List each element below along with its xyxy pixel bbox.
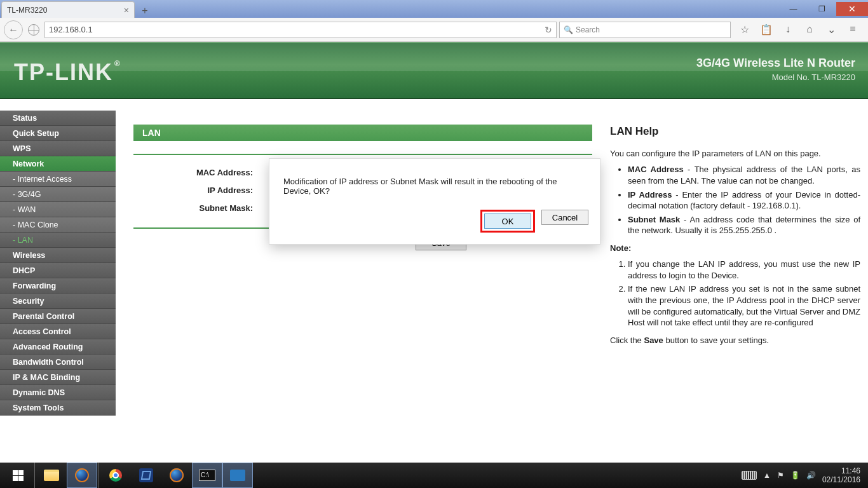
sidebar-item-network[interactable]: Network [0,156,116,172]
sidebar-item--wan[interactable]: - WAN [0,202,116,217]
sidebar-item-ip-mac-binding[interactable]: IP & MAC Binding [0,370,116,385]
sidebar-item-dynamic-dns[interactable]: Dynamic DNS [0,385,116,400]
help-title: LAN Help [610,125,860,139]
sidebar-item-label: Access Control [13,327,71,336]
keyboard-icon[interactable] [742,471,757,480]
help-intro: You can configure the IP parameters of L… [610,148,860,159]
sidebar-item-access-control[interactable]: Access Control [0,324,116,339]
bookmark-star-icon[interactable]: ☆ [738,24,751,36]
sidebar-item-label: Dynamic DNS [13,388,65,397]
sidebar-item--internet-access[interactable]: - Internet Access [0,172,116,187]
firefox-icon [75,468,89,482]
url-text: 192.168.0.1 [49,25,93,34]
back-button[interactable]: ← [4,20,23,39]
tray-up-icon[interactable]: ▲ [763,471,771,480]
taskbar-cmd[interactable]: C:\ [192,463,222,488]
url-bar[interactable]: 192.168.0.1 ↻ [44,22,557,38]
panel-title: LAN [133,125,592,141]
taskbar-firefox-active[interactable] [67,463,97,488]
sidebar-item-status[interactable]: Status [0,111,116,126]
ok-highlight: OK [480,210,535,233]
tray-volume-icon[interactable]: 🔊 [806,471,816,480]
taskbar: C:\ ▲ ⚑ 🔋 🔊 11:46 02/11/2016 [0,463,868,488]
taskbar-monitor[interactable] [222,463,253,488]
sidebar-item-label: - 3G/4G [13,190,41,199]
pocket-icon[interactable]: ⌄ [825,24,837,36]
help-note-2: If the new LAN IP address you set is not… [628,283,860,328]
sidebar-item-label: - WAN [13,205,36,214]
start-button[interactable] [3,463,33,488]
search-icon: 🔍 [564,25,573,34]
sidebar-item-system-tools[interactable]: System Tools [0,400,116,416]
browser-toolbar: ← 192.168.0.1 ↻ 🔍 Search ☆ 📋 ↓ ⌂ ⌄ ≡ [0,18,868,42]
search-bar[interactable]: 🔍 Search [559,22,731,38]
folder-icon [44,470,59,481]
confirm-dialog: Modification of IP address or Subnet Mas… [269,159,600,244]
windows-icon [13,470,24,481]
sidebar-item-quick-setup[interactable]: Quick Setup [0,126,116,141]
sidebar-item-bandwidth-control[interactable]: Bandwidth Control [0,355,116,370]
sidebar-item-wps[interactable]: WPS [0,141,116,156]
sidebar-item-label: Wireless [13,251,45,260]
help-note-1: If you change the LAN IP address, you mu… [628,259,860,281]
sidebar-item-label: Forwarding [13,281,56,290]
browser-tab[interactable]: TL-MR3220 × [1,1,135,18]
clock-time: 11:46 [822,466,860,475]
window-titlebar: TL-MR3220 × + — ❐ ✕ [0,0,868,18]
sidebar: StatusQuick SetupWPSNetwork- Internet Ac… [0,99,116,463]
tray-action-center-icon[interactable]: ⚑ [777,471,784,480]
sidebar-item--3g-4g[interactable]: - 3G/4G [0,187,116,202]
sidebar-item-wireless[interactable]: Wireless [0,248,116,263]
virtualbox-icon [139,468,153,482]
product-name: 3G/4G Wireless Lite N Router [696,57,855,70]
sidebar-item-label: Parental Control [13,312,74,321]
taskbar-firefox[interactable] [161,463,192,488]
note-label: Note: [610,243,631,253]
system-tray: ▲ ⚑ 🔋 🔊 11:46 02/11/2016 [742,466,865,485]
page-content: TP-LINK® 3G/4G Wireless Lite N Router Mo… [0,42,868,463]
taskbar-chrome[interactable] [100,463,131,488]
taskbar-virtualbox[interactable] [131,463,161,488]
help-panel: LAN Help You can configure the IP parame… [601,99,868,463]
site-identity-icon[interactable] [28,24,39,36]
router-header: TP-LINK® 3G/4G Wireless Lite N Router Mo… [0,42,868,99]
sidebar-item-label: - Internet Access [13,175,72,184]
sidebar-item-label: - MAC Clone [13,220,58,229]
sidebar-item-label: WPS [13,144,31,153]
sidebar-item-label: DHCP [13,266,35,275]
window-close-button[interactable]: ✕ [836,2,868,16]
clock-date: 02/11/2016 [822,475,860,484]
sidebar-item-security[interactable]: Security [0,294,116,309]
sidebar-item-parental-control[interactable]: Parental Control [0,309,116,324]
downloads-icon[interactable]: ↓ [782,24,794,36]
help-bullet-mac: MAC Address - The physical address of th… [628,164,860,186]
sidebar-item-label: Network [13,159,44,168]
reload-icon[interactable]: ↻ [545,25,552,35]
sidebar-item-forwarding[interactable]: Forwarding [0,278,116,294]
back-icon: ← [8,24,18,36]
sidebar-item-label: Status [13,114,37,123]
sidebar-item-advanced-routing[interactable]: Advanced Routing [0,339,116,355]
brand-logo: TP-LINK® [14,59,121,86]
taskbar-clock[interactable]: 11:46 02/11/2016 [822,466,860,485]
sidebar-item--mac-clone[interactable]: - MAC Clone [0,217,116,233]
model-number: Model No. TL-MR3220 [696,72,855,82]
tray-battery-icon[interactable]: 🔋 [790,471,800,480]
home-icon[interactable]: ⌂ [803,24,816,36]
window-maximize-button[interactable]: ❐ [808,2,836,16]
sidebar-item--lan[interactable]: - LAN [0,233,116,248]
close-tab-icon[interactable]: × [124,5,129,15]
monitor-icon [230,470,245,481]
window-minimize-button[interactable]: — [779,2,808,16]
cancel-button[interactable]: Cancel [541,210,588,225]
mac-address-label: MAC Address: [133,168,259,177]
sidebar-item-dhcp[interactable]: DHCP [0,263,116,278]
ok-button[interactable]: OK [484,214,531,229]
menu-icon[interactable]: ≡ [846,24,859,36]
main-panel: LAN MAC Address: IP Address: Subnet Mask… [116,99,601,463]
help-save-line: Click the Save button to save your setti… [610,335,860,346]
taskbar-explorer[interactable] [36,463,67,488]
clipboard-icon[interactable]: 📋 [760,24,773,36]
chrome-icon [109,469,122,482]
new-tab-button[interactable]: + [137,4,153,18]
